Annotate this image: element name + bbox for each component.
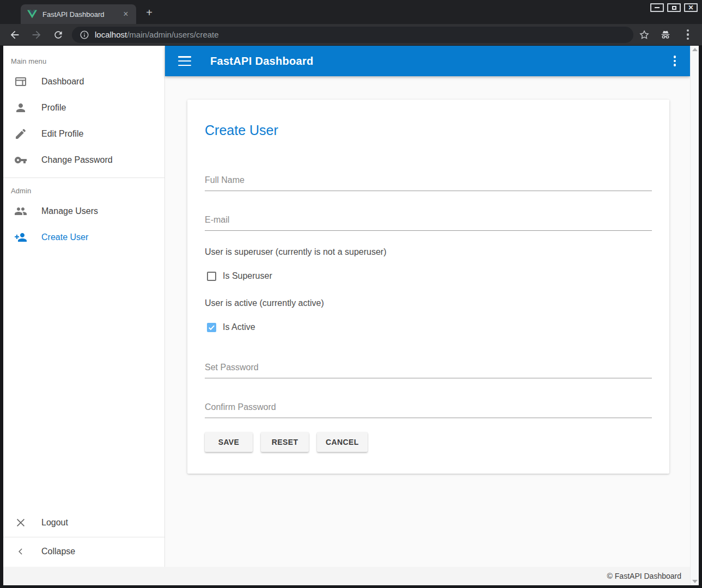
save-button[interactable]: SAVE xyxy=(205,432,253,452)
sidebar-section-main-menu: Main menu xyxy=(3,46,164,69)
full-name-field-wrap xyxy=(205,173,652,191)
sidebar-item-dashboard[interactable]: Dashboard xyxy=(3,69,164,95)
window-controls: ✕ xyxy=(650,3,698,12)
scrollbar-up-icon[interactable] xyxy=(692,48,698,51)
vue-logo-icon xyxy=(27,10,37,19)
confirm-password-input[interactable] xyxy=(205,400,652,418)
cancel-button[interactable]: CANCEL xyxy=(317,432,368,452)
window-minimize-button[interactable] xyxy=(650,3,664,12)
full-name-input[interactable] xyxy=(205,173,652,191)
confirm-password-field-wrap xyxy=(205,400,652,418)
tab-title: FastAPI Dashboard xyxy=(42,10,121,19)
sidebar-item-label: Edit Profile xyxy=(41,129,83,139)
sidebar-item-label: Change Password xyxy=(41,155,113,165)
new-tab-button[interactable]: + xyxy=(143,7,156,20)
incognito-icon xyxy=(660,29,672,41)
sidebar-item-label: Collapse xyxy=(41,547,75,556)
scrollbar-down-icon[interactable] xyxy=(692,580,698,583)
person-add-icon xyxy=(14,231,27,244)
page-title: Create User xyxy=(205,122,652,138)
reset-button[interactable]: RESET xyxy=(261,432,309,452)
appbar-menu-icon[interactable] xyxy=(668,54,681,68)
create-user-card: Create User User is superuser (currently… xyxy=(187,100,669,474)
sidebar-item-label: Profile xyxy=(41,103,66,113)
sidebar-item-edit-profile[interactable]: Edit Profile xyxy=(3,121,164,147)
appbar: FastAPI Dashboard xyxy=(165,46,690,76)
email-input[interactable] xyxy=(205,213,652,231)
window-close-button[interactable]: ✕ xyxy=(684,3,698,12)
pencil-icon xyxy=(14,127,27,140)
sidebar-section-admin: Admin xyxy=(3,182,164,198)
page-viewport: Main menu Dashboard Profile xyxy=(3,46,699,585)
person-icon xyxy=(14,101,27,114)
forward-icon xyxy=(29,28,44,42)
superuser-hint: User is superuser (currently is not a su… xyxy=(205,247,652,257)
appbar-title: FastAPI Dashboard xyxy=(210,55,668,68)
people-icon xyxy=(14,205,27,218)
sidebar-item-logout[interactable]: Logout xyxy=(3,510,164,536)
browser-menu-icon[interactable] xyxy=(681,28,694,41)
email-field-wrap xyxy=(205,213,652,231)
superuser-checkbox-label: Is Superuser xyxy=(223,271,272,281)
browser-toolbar: localhost/main/admin/users/create xyxy=(0,24,702,46)
active-checkbox-row[interactable]: Is Active xyxy=(205,322,652,332)
page-footer: © FastAPI Dashboard xyxy=(3,567,690,585)
site-info-icon[interactable] xyxy=(80,30,89,40)
sidebar-item-create-user[interactable]: Create User xyxy=(3,224,164,250)
active-hint: User is active (currently active) xyxy=(205,298,652,308)
bookmark-star-icon[interactable] xyxy=(639,29,650,40)
back-icon[interactable] xyxy=(8,28,22,42)
sidebar-item-label: Dashboard xyxy=(41,77,84,87)
sidebar-item-label: Create User xyxy=(41,232,88,242)
sidebar-item-label: Manage Users xyxy=(41,206,98,216)
superuser-checkbox[interactable] xyxy=(207,272,216,281)
sidebar-item-label: Logout xyxy=(41,518,68,528)
set-password-input[interactable] xyxy=(205,360,652,378)
form-buttons: SAVE RESET CANCEL xyxy=(205,432,652,452)
close-icon xyxy=(14,516,27,529)
main-content: Create User User is superuser (currently… xyxy=(165,76,690,567)
page-scrollbar[interactable] xyxy=(690,46,699,585)
url-path: /main/admin/users/create xyxy=(127,30,218,39)
sidebar: Main menu Dashboard Profile xyxy=(3,46,165,567)
key-icon xyxy=(14,154,27,167)
active-checkbox[interactable] xyxy=(207,323,216,332)
footer-copyright: © FastAPI Dashboard xyxy=(607,572,681,580)
browser-tab[interactable]: FastAPI Dashboard × xyxy=(21,4,136,24)
sidebar-divider xyxy=(3,177,164,178)
tab-close-icon[interactable]: × xyxy=(121,10,131,19)
sidebar-item-change-password[interactable]: Change Password xyxy=(3,147,164,173)
sidebar-item-profile[interactable]: Profile xyxy=(3,95,164,121)
web-icon xyxy=(14,75,27,88)
hamburger-menu-icon[interactable] xyxy=(178,56,191,66)
url-bar[interactable]: localhost/main/admin/users/create xyxy=(72,27,633,43)
sidebar-item-manage-users[interactable]: Manage Users xyxy=(3,198,164,224)
window-maximize-button[interactable] xyxy=(667,3,681,12)
url-host: localhost xyxy=(95,30,127,39)
superuser-checkbox-row[interactable]: Is Superuser xyxy=(205,271,652,281)
browser-tabstrip: FastAPI Dashboard × + ✕ xyxy=(0,0,702,24)
reload-icon[interactable] xyxy=(51,28,65,42)
active-checkbox-label: Is Active xyxy=(223,322,255,332)
sidebar-divider xyxy=(3,537,164,537)
set-password-field-wrap xyxy=(205,360,652,378)
chevron-left-icon xyxy=(14,545,27,558)
sidebar-spacer xyxy=(3,250,164,510)
sidebar-item-collapse[interactable]: Collapse xyxy=(3,538,164,565)
